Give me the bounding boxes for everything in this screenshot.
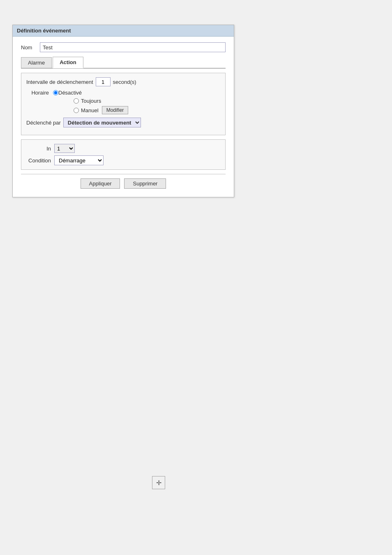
tab-alarme[interactable]: Alarme: [21, 57, 52, 68]
panel-header: Définition événement: [13, 25, 234, 37]
nom-label: Nom: [21, 44, 37, 51]
in-condition-box: In 1 Condition Démarrage: [21, 139, 226, 170]
interval-row: Intervalle de déclenchement second(s): [26, 77, 220, 86]
modifier-button[interactable]: Modifier: [102, 106, 129, 114]
footer-row: Appliquer Supprimer: [21, 174, 226, 191]
nom-input[interactable]: [40, 42, 226, 52]
panel-title: Définition événement: [17, 28, 71, 34]
condition-label: Condition: [26, 157, 51, 164]
panel-body: Nom Alarme Action Intervalle de déclench…: [13, 37, 234, 197]
label-toujours: Toujours: [81, 98, 101, 104]
in-select[interactable]: 1: [54, 144, 75, 153]
condition-select[interactable]: Démarrage: [54, 155, 104, 165]
radio-manuel[interactable]: [74, 108, 79, 113]
appliquer-button[interactable]: Appliquer: [81, 178, 120, 189]
nom-row: Nom: [21, 42, 226, 52]
supprimer-button[interactable]: Supprimer: [124, 178, 166, 189]
horaire-row: Horaire Désactivé: [26, 90, 220, 96]
radio-toujours[interactable]: [74, 98, 79, 104]
condition-row: Condition Démarrage: [26, 155, 220, 165]
interval-input[interactable]: [96, 77, 111, 86]
label-desactive: Désactivé: [58, 90, 82, 96]
manuel-row: Manuel Modifier: [74, 106, 220, 114]
main-panel: Définition événement Nom Alarme Action: [12, 25, 234, 197]
in-label: In: [26, 146, 51, 152]
tab-action[interactable]: Action: [53, 57, 83, 68]
horaire-label: Horaire: [26, 90, 49, 96]
add-btn-container: ✛: [152, 476, 165, 489]
add-icon: ✛: [156, 479, 161, 487]
alarm-section-box: Intervalle de déclenchement second(s) Ho…: [21, 73, 226, 135]
declenche-label: Déclenché par: [26, 120, 61, 126]
in-row: In 1: [26, 144, 220, 153]
page-container: Définition événement Nom Alarme Action: [0, 0, 392, 555]
interval-label: Intervalle de déclenchement: [26, 79, 93, 85]
declenche-row: Déclenché par Détection de mouvement: [26, 118, 220, 127]
interval-unit: second(s): [113, 79, 136, 85]
radio-desactive[interactable]: [53, 90, 58, 95]
tabs-row: Alarme Action: [21, 56, 226, 69]
declenche-select[interactable]: Détection de mouvement: [63, 118, 141, 127]
radio-option-toujours: Toujours: [74, 98, 220, 104]
label-manuel: Manuel: [81, 107, 99, 113]
add-button[interactable]: ✛: [152, 476, 165, 489]
